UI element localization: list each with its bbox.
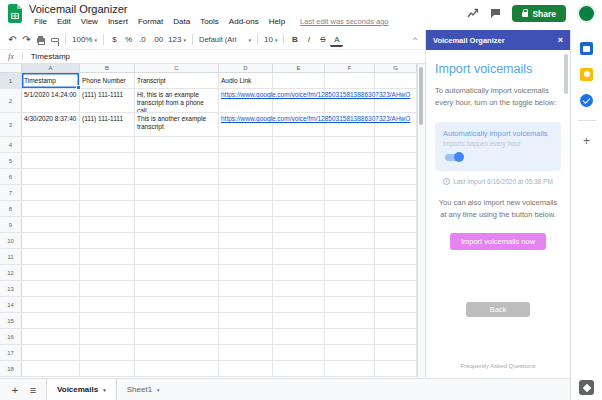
cell-G9[interactable] bbox=[375, 217, 417, 233]
cell-F16[interactable] bbox=[325, 329, 375, 345]
cell-B6[interactable] bbox=[80, 169, 135, 185]
cell-B18[interactable] bbox=[80, 361, 135, 377]
cell-D6[interactable] bbox=[219, 169, 273, 185]
select-all-corner[interactable] bbox=[0, 64, 22, 73]
cell-A13[interactable] bbox=[22, 281, 80, 297]
row-header-11[interactable]: 11 bbox=[0, 249, 22, 265]
insights-icon[interactable] bbox=[467, 5, 479, 23]
column-header-B[interactable]: B bbox=[80, 64, 135, 73]
format-currency-button[interactable]: $ bbox=[108, 32, 121, 47]
cell-G11[interactable] bbox=[375, 249, 417, 265]
cell-A5[interactable] bbox=[22, 153, 80, 169]
cell-D4[interactable] bbox=[219, 137, 273, 153]
auto-import-toggle[interactable] bbox=[445, 154, 462, 161]
cell-G8[interactable] bbox=[375, 201, 417, 217]
menu-addons[interactable]: Add-ons bbox=[224, 16, 264, 27]
cell-B7[interactable] bbox=[80, 185, 135, 201]
cell-A14[interactable] bbox=[22, 297, 80, 313]
cell-F12[interactable] bbox=[325, 265, 375, 281]
cell-C5[interactable] bbox=[135, 153, 219, 169]
faq-link[interactable]: Frequently Asked Questions bbox=[426, 363, 570, 369]
cell-C6[interactable] bbox=[135, 169, 219, 185]
all-sheets-menu-icon[interactable]: ≡ bbox=[24, 384, 42, 396]
cell-D3[interactable]: https://www.google.com/voice/fm/12850315… bbox=[219, 113, 273, 137]
cell-B5[interactable] bbox=[80, 153, 135, 169]
cell-D9[interactable] bbox=[219, 217, 273, 233]
cell-B1[interactable]: Phone Number bbox=[80, 73, 135, 89]
cell-D11[interactable] bbox=[219, 249, 273, 265]
cell-A9[interactable] bbox=[22, 217, 80, 233]
add-sheet-button[interactable]: + bbox=[6, 384, 24, 396]
sheet-vertical-scrollbar[interactable] bbox=[417, 64, 425, 378]
cell-F17[interactable] bbox=[325, 345, 375, 361]
comment-history-icon[interactable] bbox=[490, 5, 501, 23]
row-header-13[interactable]: 13 bbox=[0, 281, 22, 297]
italic-button[interactable]: I bbox=[302, 32, 315, 47]
cell-F6[interactable] bbox=[325, 169, 375, 185]
cell-D8[interactable] bbox=[219, 201, 273, 217]
cell-G16[interactable] bbox=[375, 329, 417, 345]
row-header-8[interactable]: 8 bbox=[0, 201, 22, 217]
menu-file[interactable]: File bbox=[29, 16, 52, 27]
cell-G12[interactable] bbox=[375, 265, 417, 281]
account-avatar[interactable] bbox=[577, 4, 596, 23]
undo-icon[interactable]: ↶ bbox=[6, 32, 19, 47]
row-header-5[interactable]: 5 bbox=[0, 153, 22, 169]
text-color-button[interactable]: A bbox=[330, 35, 343, 47]
cell-B8[interactable] bbox=[80, 201, 135, 217]
cell-A4[interactable] bbox=[22, 137, 80, 153]
cell-F7[interactable] bbox=[325, 185, 375, 201]
cell-C15[interactable] bbox=[135, 313, 219, 329]
cell-E18[interactable] bbox=[273, 361, 325, 377]
cell-F13[interactable] bbox=[325, 281, 375, 297]
row-header-6[interactable]: 6 bbox=[0, 169, 22, 185]
scrollbar-thumb[interactable] bbox=[419, 67, 423, 125]
cell-D1[interactable]: Audio Link bbox=[219, 73, 273, 89]
column-header-C[interactable]: C bbox=[135, 64, 219, 73]
share-button[interactable]: Share bbox=[512, 5, 566, 22]
cell-G14[interactable] bbox=[375, 297, 417, 313]
cell-A1[interactable]: Timestamp bbox=[22, 73, 80, 89]
cell-A10[interactable] bbox=[22, 233, 80, 249]
cell-A3[interactable]: 4/30/2020 8:37:40 bbox=[22, 113, 80, 137]
cell-A8[interactable] bbox=[22, 201, 80, 217]
cell-F18[interactable] bbox=[325, 361, 375, 377]
cell-G13[interactable] bbox=[375, 281, 417, 297]
paint-format-icon[interactable] bbox=[48, 32, 61, 47]
cell-D16[interactable] bbox=[219, 329, 273, 345]
menu-insert[interactable]: Insert bbox=[103, 16, 133, 27]
cell-C10[interactable] bbox=[135, 233, 219, 249]
cell-C1[interactable]: Transcript bbox=[135, 73, 219, 89]
cell-G6[interactable] bbox=[375, 169, 417, 185]
cell-C3[interactable]: This is another example transcript bbox=[135, 113, 219, 137]
row-header-4[interactable]: 4 bbox=[0, 137, 22, 153]
cell-G15[interactable] bbox=[375, 313, 417, 329]
strikethrough-button[interactable]: S bbox=[316, 32, 329, 47]
cell-E15[interactable] bbox=[273, 313, 325, 329]
cell-G17[interactable] bbox=[375, 345, 417, 361]
cell-E7[interactable] bbox=[273, 185, 325, 201]
cell-A16[interactable] bbox=[22, 329, 80, 345]
font-size-select[interactable]: 10▾ bbox=[262, 32, 279, 47]
column-header-D[interactable]: D bbox=[219, 64, 273, 73]
row-header-3[interactable]: 3 bbox=[0, 113, 22, 137]
cell-B15[interactable] bbox=[80, 313, 135, 329]
cell-G10[interactable] bbox=[375, 233, 417, 249]
cell-C7[interactable] bbox=[135, 185, 219, 201]
cell-E9[interactable] bbox=[273, 217, 325, 233]
collapse-toolbar-icon[interactable]: ^ bbox=[413, 35, 419, 44]
increase-decimal-button[interactable]: .00 bbox=[150, 32, 165, 47]
cell-D10[interactable] bbox=[219, 233, 273, 249]
close-icon[interactable]: × bbox=[558, 36, 563, 45]
bold-button[interactable]: B bbox=[288, 32, 301, 47]
cell-C2[interactable]: Hi, this is an example transcript from a… bbox=[135, 89, 219, 113]
row-header-18[interactable]: 18 bbox=[0, 361, 22, 377]
cell-C13[interactable] bbox=[135, 281, 219, 297]
tab-sheet1[interactable]: Sheet1 ▾ bbox=[117, 379, 170, 400]
cell-F5[interactable] bbox=[325, 153, 375, 169]
column-header-F[interactable]: F bbox=[325, 64, 375, 73]
cell-C18[interactable] bbox=[135, 361, 219, 377]
row-header-1[interactable]: 1 bbox=[0, 73, 22, 89]
print-icon[interactable] bbox=[34, 32, 47, 47]
font-family-select[interactable]: Default (Ari▾ bbox=[197, 35, 253, 44]
